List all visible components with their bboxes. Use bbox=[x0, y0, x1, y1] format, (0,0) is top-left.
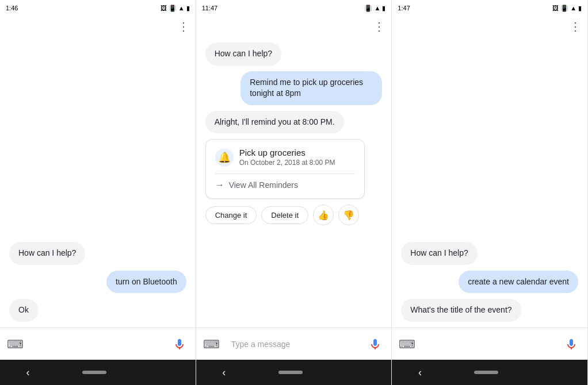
mic-button-middle[interactable] bbox=[366, 335, 384, 353]
chat-area-right: How can I help? create a new calendar ev… bbox=[392, 37, 587, 328]
svg-text:🔔: 🔔 bbox=[218, 151, 231, 164]
nav-bar-middle: ‹ bbox=[196, 360, 392, 385]
reminder-time: On October 2, 2018 at 8:00 PM bbox=[239, 159, 335, 167]
wifi-icon: ▲ bbox=[178, 5, 185, 11]
reminder-text-block: Pick up groceries On October 2, 2018 at … bbox=[239, 148, 335, 167]
back-button-left[interactable]: ‹ bbox=[26, 367, 30, 379]
assistant-bubble-m1: How can I help? bbox=[205, 43, 281, 66]
battery-icon-m: ▮ bbox=[382, 5, 385, 12]
assistant-bubble-r1: How can I help? bbox=[401, 242, 477, 265]
arrow-icon: → bbox=[215, 180, 224, 190]
menu-dots-middle[interactable]: ⋮ bbox=[373, 20, 385, 33]
assistant-bubble-m2: Alright, I'll remind you at 8:00 PM. bbox=[205, 111, 344, 134]
reminder-icon: 🔔 bbox=[215, 148, 234, 167]
nav-bar-left: ‹ bbox=[0, 360, 196, 385]
input-field-left[interactable] bbox=[28, 340, 166, 349]
chat-area-middle: How can I help? Remind me to pick up gro… bbox=[196, 37, 392, 328]
view-all-label: View All Reminders bbox=[229, 180, 298, 190]
wifi-icon-m: ▲ bbox=[374, 5, 380, 11]
panel-right: 1:47 🖼 📳 ▲ ▮ ⋮ How can I help? create a … bbox=[392, 0, 588, 385]
delete-it-button[interactable]: Delete it bbox=[261, 206, 308, 224]
top-bar-left: ⋮ bbox=[0, 16, 196, 37]
vibrate-icon: 📳 bbox=[169, 5, 177, 12]
home-pill-middle[interactable] bbox=[278, 371, 303, 374]
vibrate-icon-r: 📳 bbox=[560, 5, 568, 12]
time-left: 1:46 bbox=[6, 5, 18, 11]
input-bar-right: ⌨ bbox=[392, 328, 587, 360]
change-it-button[interactable]: Change it bbox=[205, 206, 257, 224]
input-field-right[interactable] bbox=[420, 340, 558, 349]
user-bubble-m1: Remind me to pick up groceries tonight a… bbox=[240, 71, 382, 105]
user-bubble-r1: create a new calendar event bbox=[459, 271, 578, 294]
home-pill-left[interactable] bbox=[82, 371, 106, 374]
input-bar-left: ⌨ bbox=[0, 328, 196, 360]
action-buttons-row: Change it Delete it 👍 👎 bbox=[205, 205, 359, 225]
mic-button-right[interactable] bbox=[562, 335, 581, 353]
thumbs-up-button[interactable]: 👍 bbox=[313, 205, 334, 225]
assistant-bubble-1: How can I help? bbox=[9, 242, 85, 265]
user-bubble-1: turn on Bluetooth bbox=[106, 271, 186, 294]
menu-dots-left[interactable]: ⋮ bbox=[178, 20, 190, 33]
back-button-right[interactable]: ‹ bbox=[418, 367, 422, 379]
status-icons-left: 🖼 📳 ▲ ▮ bbox=[161, 5, 190, 12]
panel-middle: 11:47 📳 ▲ ▮ ⋮ How can I help? Remind me … bbox=[196, 0, 392, 385]
keyboard-icon-left[interactable]: ⌨ bbox=[7, 337, 24, 351]
assistant-bubble-r2: What's the title of the event? bbox=[401, 299, 521, 322]
status-icons-middle: 📳 ▲ ▮ bbox=[364, 5, 385, 12]
status-bar-middle: 11:47 📳 ▲ ▮ bbox=[196, 0, 392, 16]
input-bar-middle: ⌨ Type a message bbox=[196, 328, 392, 360]
thumbs-down-button[interactable]: 👎 bbox=[338, 205, 359, 225]
reminder-card: 🔔 Pick up groceries On October 2, 2018 a… bbox=[205, 139, 365, 199]
nav-bar-right: ‹ bbox=[392, 360, 587, 385]
keyboard-icon-middle[interactable]: ⌨ bbox=[203, 337, 220, 351]
vibrate-icon-m: 📳 bbox=[364, 5, 372, 12]
top-bar-middle: ⋮ bbox=[196, 16, 392, 37]
screenshot-icon: 🖼 bbox=[161, 5, 167, 11]
chat-area-left: How can I help? turn on Bluetooth Ok bbox=[0, 37, 196, 328]
mic-button-left[interactable] bbox=[170, 335, 189, 353]
menu-dots-right[interactable]: ⋮ bbox=[570, 20, 582, 33]
reminder-header: 🔔 Pick up groceries On October 2, 2018 a… bbox=[215, 148, 355, 167]
top-bar-right: ⋮ bbox=[392, 16, 587, 37]
reminder-title: Pick up groceries bbox=[239, 148, 335, 157]
time-right: 1:47 bbox=[398, 5, 410, 11]
panel-left: 1:46 🖼 📳 ▲ ▮ ⋮ How can I help? turn on B… bbox=[0, 0, 196, 385]
battery-icon-r: ▮ bbox=[578, 5, 582, 12]
back-button-middle[interactable]: ‹ bbox=[222, 367, 226, 379]
input-field-middle[interactable]: Type a message bbox=[224, 335, 362, 353]
wifi-icon-r: ▲ bbox=[570, 5, 576, 11]
home-pill-right[interactable] bbox=[474, 371, 498, 374]
keyboard-icon-right[interactable]: ⌨ bbox=[399, 337, 415, 351]
status-bar-right: 1:47 🖼 📳 ▲ ▮ bbox=[392, 0, 587, 16]
assistant-bubble-2: Ok bbox=[9, 299, 38, 322]
time-middle: 11:47 bbox=[202, 5, 218, 11]
reminder-divider bbox=[215, 174, 355, 174]
status-bar-left: 1:46 🖼 📳 ▲ ▮ bbox=[0, 0, 196, 16]
view-all-reminders[interactable]: → View All Reminders bbox=[215, 180, 355, 190]
battery-icon: ▮ bbox=[186, 5, 190, 12]
screenshot-icon-r: 🖼 bbox=[552, 5, 559, 11]
status-icons-right: 🖼 📳 ▲ ▮ bbox=[552, 5, 582, 12]
